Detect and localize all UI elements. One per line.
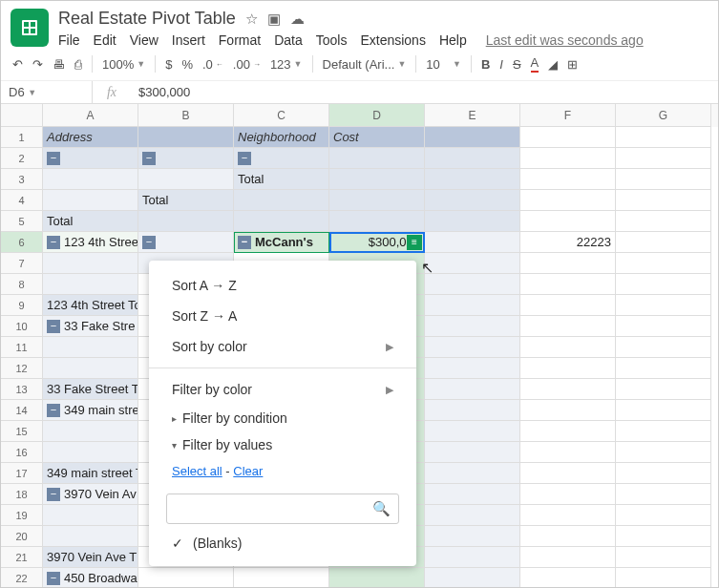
row-header[interactable]: 6: [1, 232, 43, 253]
collapse-icon[interactable]: −: [142, 152, 156, 165]
cell[interactable]: [520, 421, 616, 442]
cell[interactable]: [425, 232, 520, 253]
cell[interactable]: [425, 211, 520, 232]
cell[interactable]: 22223: [520, 232, 616, 253]
cell[interactable]: Cost: [329, 127, 425, 148]
cell[interactable]: −33 Fake Stre: [43, 316, 138, 337]
undo-button[interactable]: ↶: [12, 57, 23, 72]
cell[interactable]: [234, 190, 329, 211]
menu-file[interactable]: File: [58, 32, 80, 48]
cell[interactable]: [425, 169, 520, 190]
cell[interactable]: [138, 169, 234, 190]
cell[interactable]: Address: [43, 127, 138, 148]
filter-by-color-item[interactable]: Filter by color▶: [149, 374, 416, 405]
cell[interactable]: [520, 568, 616, 588]
collapse-icon[interactable]: −: [47, 488, 60, 501]
italic-button[interactable]: I: [499, 57, 503, 72]
sort-az-item[interactable]: Sort A → Z: [149, 270, 416, 301]
cell[interactable]: [425, 421, 520, 442]
cell[interactable]: [520, 316, 616, 337]
row-header[interactable]: 1: [1, 127, 43, 148]
cell[interactable]: [520, 463, 616, 484]
cell[interactable]: [520, 253, 616, 274]
menu-view[interactable]: View: [130, 32, 159, 48]
cell[interactable]: [425, 505, 520, 526]
filter-search-input[interactable]: 🔍: [166, 494, 399, 524]
menu-help[interactable]: Help: [439, 32, 467, 48]
menu-edit[interactable]: Edit: [94, 32, 116, 48]
cell[interactable]: 349 main street T: [43, 463, 138, 484]
cell[interactable]: [520, 484, 616, 505]
cell[interactable]: Total: [234, 169, 329, 190]
cell[interactable]: [520, 190, 616, 211]
cell[interactable]: [425, 568, 520, 588]
cell[interactable]: [43, 526, 138, 547]
sheets-logo[interactable]: [11, 9, 49, 47]
cell[interactable]: [43, 274, 138, 295]
row-header[interactable]: 20: [1, 526, 43, 547]
row-header[interactable]: 22: [1, 568, 43, 588]
row-header[interactable]: 8: [1, 274, 43, 295]
cell[interactable]: [425, 400, 520, 421]
row-header[interactable]: 11: [1, 337, 43, 358]
text-color-button[interactable]: A: [531, 55, 539, 73]
cell[interactable]: [520, 526, 616, 547]
cell[interactable]: [616, 526, 711, 547]
cell[interactable]: [520, 148, 616, 169]
collapse-icon[interactable]: −: [47, 236, 60, 249]
cell[interactable]: [520, 211, 616, 232]
cloud-icon[interactable]: ☁: [290, 10, 305, 28]
cell[interactable]: [329, 568, 425, 588]
row-header[interactable]: 16: [1, 442, 43, 463]
cell[interactable]: [616, 274, 711, 295]
filter-icon[interactable]: ≡: [407, 235, 422, 250]
cell[interactable]: [616, 295, 711, 316]
cell[interactable]: [425, 274, 520, 295]
row-header[interactable]: 15: [1, 421, 43, 442]
cell[interactable]: [520, 400, 616, 421]
filter-value-blanks[interactable]: ✓(Blanks): [149, 530, 416, 556]
cell[interactable]: [425, 484, 520, 505]
cell[interactable]: [520, 442, 616, 463]
cell[interactable]: [616, 442, 711, 463]
menu-insert[interactable]: Insert: [172, 32, 205, 48]
move-icon[interactable]: ▣: [267, 10, 281, 28]
cell[interactable]: [616, 505, 711, 526]
cell[interactable]: [425, 547, 520, 568]
more-formats-button[interactable]: 123▼: [270, 57, 303, 72]
cell[interactable]: Total: [138, 190, 234, 211]
cell[interactable]: [616, 421, 711, 442]
sort-za-item[interactable]: Sort Z → A: [149, 301, 416, 331]
row-header[interactable]: 19: [1, 505, 43, 526]
cell[interactable]: [520, 547, 616, 568]
star-icon[interactable]: ☆: [245, 10, 258, 28]
menu-extensions[interactable]: Extensions: [360, 32, 425, 48]
select-all-corner[interactable]: [1, 104, 43, 127]
row-header[interactable]: 18: [1, 484, 43, 505]
cell[interactable]: [520, 505, 616, 526]
cell[interactable]: −: [138, 232, 234, 253]
row-header[interactable]: 13: [1, 379, 43, 400]
currency-button[interactable]: $: [165, 57, 172, 72]
cell[interactable]: [329, 169, 425, 190]
cell[interactable]: [234, 211, 329, 232]
cell[interactable]: [425, 148, 520, 169]
cell[interactable]: 3970 Vein Ave T: [43, 547, 138, 568]
formula-bar[interactable]: $300,000: [131, 85, 190, 99]
row-header[interactable]: 17: [1, 463, 43, 484]
col-header-a[interactable]: A: [43, 104, 138, 127]
redo-button[interactable]: ↷: [32, 57, 43, 72]
bold-button[interactable]: B: [481, 57, 490, 72]
col-header-b[interactable]: B: [138, 104, 234, 127]
cell[interactable]: [329, 211, 425, 232]
menu-format[interactable]: Format: [219, 32, 261, 48]
percent-button[interactable]: %: [181, 57, 193, 72]
select-all-link[interactable]: Select all: [172, 464, 222, 478]
cell[interactable]: Total: [43, 211, 138, 232]
cell[interactable]: [616, 127, 711, 148]
row-header[interactable]: 2: [1, 148, 43, 169]
cell[interactable]: [43, 505, 138, 526]
row-header[interactable]: 5: [1, 211, 43, 232]
cell[interactable]: [43, 337, 138, 358]
cell[interactable]: [616, 463, 711, 484]
